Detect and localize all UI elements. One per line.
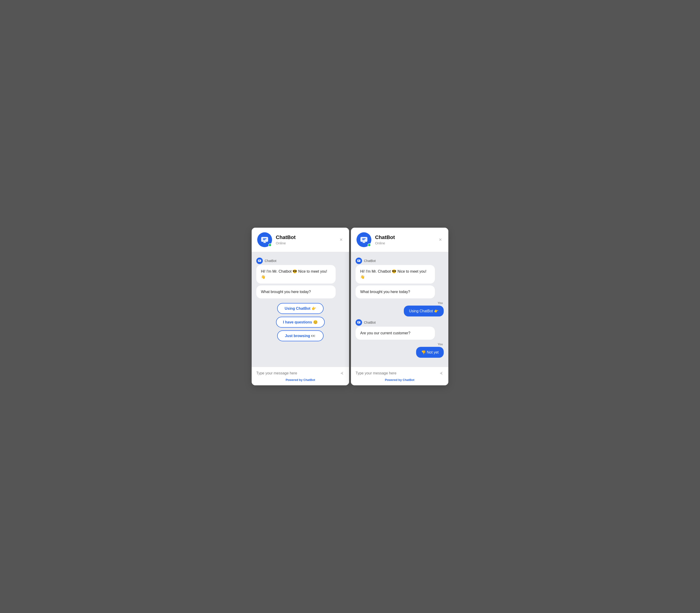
quick-replies-left: Using ChatBot 👉 I have questions 😊 Just … — [256, 303, 345, 341]
bot-bubble-right-3: Are you our current customer? — [355, 327, 435, 340]
bot-name-1: ChatBot — [265, 259, 276, 263]
bot-label-right-2: ChatBot — [355, 319, 444, 326]
close-button-left[interactable]: × — [338, 236, 345, 243]
bot-name-right-1: ChatBot — [364, 259, 376, 263]
powered-by-right: Powered by ChatBot — [355, 378, 444, 382]
bot-name-right-2: ChatBot — [364, 321, 376, 324]
bot-message-group-1: ChatBot Hi! I'm Mr. Chatbot 😎 Nice to me… — [256, 258, 345, 298]
header-status-left: Online — [276, 241, 343, 245]
bot-avatar-left — [257, 232, 272, 247]
chat-body-left: ChatBot Hi! I'm Mr. Chatbot 😎 Nice to me… — [252, 252, 349, 367]
svg-rect-3 — [357, 260, 360, 262]
quick-reply-browsing[interactable]: Just browsing 👀 — [277, 330, 324, 341]
chat-header-right: ChatBot Online × — [351, 228, 448, 252]
bot-bubble-2: What brought you here today? — [256, 285, 336, 298]
chat-widget-left: ChatBot Online × ChatBot Hi! I'm Mr. Cha… — [252, 228, 349, 385]
user-message-right-2: You 👎 Not yet — [355, 342, 444, 358]
online-indicator-right — [368, 244, 371, 247]
quick-reply-using-chatbot[interactable]: Using ChatBot 👉 — [277, 303, 324, 314]
input-row-left — [256, 371, 345, 376]
chat-footer-right: Powered by ChatBot — [351, 367, 448, 385]
you-label-right-1: You — [438, 301, 443, 305]
chat-footer-left: Powered by ChatBot — [252, 367, 349, 385]
bot-label-1: ChatBot — [256, 258, 345, 264]
bot-bubbles-right-1: Hi! I'm Mr. Chatbot 😎 Nice to meet you! … — [355, 265, 444, 298]
bot-bubble-right-2: What brought you here today? — [355, 285, 435, 298]
bot-icon-right-2 — [355, 319, 362, 326]
message-input-right[interactable] — [355, 371, 436, 375]
close-button-right[interactable]: × — [437, 236, 444, 243]
header-info-left: ChatBot Online — [276, 234, 343, 245]
bot-message-group-right-1: ChatBot Hi! I'm Mr. Chatbot 😎 Nice to me… — [355, 258, 444, 298]
bot-label-right-1: ChatBot — [355, 258, 444, 264]
online-indicator-left — [268, 244, 272, 247]
send-button-left[interactable] — [339, 371, 345, 376]
user-message-right-1: You Using ChatBot 👉 — [355, 301, 444, 316]
quick-reply-questions[interactable]: I have questions 😊 — [276, 317, 325, 328]
bot-icon-right-1 — [355, 258, 362, 264]
send-button-right[interactable] — [439, 371, 444, 376]
chat-header-left: ChatBot Online × — [252, 228, 349, 252]
svg-rect-4 — [357, 321, 360, 323]
message-input-left[interactable] — [256, 371, 337, 375]
bot-icon-1 — [256, 258, 263, 264]
user-bubble-right-1: Using ChatBot 👉 — [404, 305, 444, 316]
powered-by-left: Powered by ChatBot — [256, 378, 345, 382]
bot-message-group-right-2: ChatBot Are you our current customer? — [355, 319, 444, 340]
you-label-right-2: You — [438, 342, 443, 346]
bot-bubbles-1: Hi! I'm Mr. Chatbot 😎 Nice to meet you! … — [256, 265, 345, 298]
bot-bubble-right-1: Hi! I'm Mr. Chatbot 😎 Nice to meet you! … — [355, 265, 435, 284]
svg-rect-1 — [258, 260, 261, 262]
header-info-right: ChatBot Online — [375, 234, 443, 245]
header-title-left: ChatBot — [276, 234, 343, 240]
header-status-right: Online — [375, 241, 443, 245]
chat-body-right: ChatBot Hi! I'm Mr. Chatbot 😎 Nice to me… — [351, 252, 448, 367]
header-title-right: ChatBot — [375, 234, 443, 240]
input-row-right — [355, 371, 444, 376]
user-bubble-right-2: 👎 Not yet — [416, 347, 444, 358]
bot-bubble-1: Hi! I'm Mr. Chatbot 😎 Nice to meet you! … — [256, 265, 336, 284]
bot-avatar-right — [357, 232, 371, 247]
chat-widget-right: ChatBot Online × ChatBot Hi! I'm Mr. Cha… — [351, 228, 448, 385]
